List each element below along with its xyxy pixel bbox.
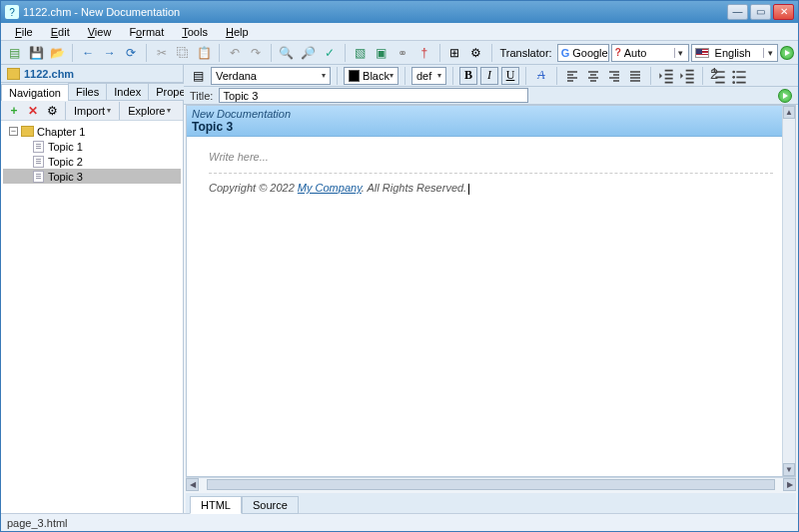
tree-chapter[interactable]: − Chapter 1 <box>3 124 181 139</box>
page-title: Topic 3 <box>192 120 790 134</box>
tab-navigation[interactable]: Navigation <box>1 84 69 101</box>
title-row: Title: <box>184 87 798 105</box>
table-button[interactable]: ⊞ <box>445 43 464 63</box>
page-icon <box>33 156 44 168</box>
scroll-thumb[interactable] <box>207 479 775 490</box>
find-button[interactable]: 🔍 <box>277 43 296 63</box>
project-tab[interactable]: 1122.chm <box>1 65 183 83</box>
save-button[interactable]: 💾 <box>26 43 45 63</box>
chevron-down-icon: ▾ <box>763 48 774 58</box>
title-input[interactable] <box>219 88 528 103</box>
cut-button[interactable]: ✂ <box>152 43 171 63</box>
bold-button[interactable]: B <box>459 67 477 85</box>
back-button[interactable]: ← <box>78 43 97 63</box>
scroll-up-button[interactable]: ▲ <box>783 106 795 119</box>
collapse-icon[interactable]: − <box>9 127 18 136</box>
unordered-list-button[interactable] <box>730 67 748 85</box>
link-button[interactable]: ⚭ <box>394 43 412 63</box>
format-toolbar: ▤ Verdana▾ Black▾ def▾ B I U A <box>184 65 798 87</box>
font-size-select[interactable]: def▾ <box>411 67 446 85</box>
maximize-button[interactable]: ▭ <box>750 4 771 20</box>
font-family-select[interactable]: Verdana▾ <box>211 67 331 85</box>
copy-button[interactable]: ⿻ <box>173 43 192 63</box>
side-settings-button[interactable]: ⚙ <box>43 102 61 120</box>
add-button[interactable]: + <box>5 102 23 120</box>
image-button[interactable]: ▧ <box>351 43 370 63</box>
topic-tree[interactable]: − Chapter 1 Topic 1 Topic 2 T <box>1 121 183 513</box>
forward-button[interactable]: → <box>100 43 119 63</box>
status-bar: page_3.html <box>1 513 798 531</box>
refresh-button[interactable]: ⟳ <box>121 43 140 63</box>
replace-button[interactable]: 🔎 <box>299 43 318 63</box>
book-icon <box>21 126 34 137</box>
font-color-select[interactable]: Black▾ <box>344 67 399 85</box>
menu-view[interactable]: View <box>80 24 120 40</box>
tab-files[interactable]: Files <box>68 83 107 100</box>
align-justify-button[interactable] <box>626 67 644 85</box>
company-link[interactable]: My Company <box>298 182 362 194</box>
editor-body[interactable]: Write here... Copyright © 2022 My Compan… <box>187 137 795 476</box>
vertical-scrollbar[interactable]: ▲ ▼ <box>782 106 795 476</box>
tree-topic-3[interactable]: Topic 3 <box>3 169 181 184</box>
chm-icon <box>7 68 20 80</box>
scroll-right-button[interactable]: ▶ <box>783 478 796 491</box>
translate-go-button[interactable] <box>780 46 794 60</box>
translator-from-select[interactable]: ? Auto ▾ <box>611 44 689 62</box>
spell-button[interactable]: ✓ <box>320 43 339 63</box>
menu-format[interactable]: Format <box>121 24 172 40</box>
paste-button[interactable]: 📋 <box>195 43 214 63</box>
style-sheet-button[interactable]: ▤ <box>188 66 208 86</box>
import-dropdown[interactable]: Import▾ <box>70 105 115 117</box>
color-swatch <box>349 70 360 82</box>
main-toolbar: ▤ 💾 📂 ← → ⟳ ✂ ⿻ 📋 ↶ ↷ 🔍 🔎 ✓ ▧ ▣ ⚭ † ⊞ ⚙ … <box>1 41 798 65</box>
svg-point-2 <box>732 70 735 73</box>
indent-button[interactable] <box>678 67 696 85</box>
chevron-down-icon: ▾ <box>674 48 685 58</box>
scroll-down-button[interactable]: ▼ <box>783 463 795 476</box>
media-button[interactable]: ▣ <box>372 43 391 63</box>
title-go-button[interactable] <box>778 89 792 103</box>
underline-button[interactable]: U <box>501 67 519 85</box>
tree-item-label: Topic 1 <box>48 141 83 153</box>
tab-source[interactable]: Source <box>242 496 299 514</box>
tree-topic-1[interactable]: Topic 1 <box>3 139 181 154</box>
settings-button[interactable]: ⚙ <box>466 43 485 63</box>
minimize-button[interactable]: — <box>727 4 748 20</box>
svg-point-4 <box>732 81 735 84</box>
placeholder-text: Write here... <box>209 151 773 163</box>
view-tabs: HTML Source <box>186 493 796 513</box>
menu-help[interactable]: Help <box>218 24 257 40</box>
undo-button[interactable]: ↶ <box>225 43 244 63</box>
text-cursor <box>468 184 469 195</box>
align-right-button[interactable] <box>605 67 623 85</box>
redo-button[interactable]: ↷ <box>247 43 266 63</box>
horizontal-scrollbar[interactable]: ◀ ▶ <box>186 477 796 491</box>
tab-html[interactable]: HTML <box>190 496 242 514</box>
tree-item-label: Topic 2 <box>48 156 83 168</box>
outdent-button[interactable] <box>657 67 675 85</box>
tree-topic-2[interactable]: Topic 2 <box>3 154 181 169</box>
anchor-button[interactable]: † <box>414 43 433 63</box>
project-name: 1122.chm <box>24 68 74 80</box>
translator-to-select[interactable]: English ▾ <box>691 44 779 62</box>
title-label: Title: <box>190 90 213 102</box>
open-button[interactable]: 📂 <box>48 43 67 63</box>
delete-button[interactable]: ✕ <box>24 102 42 120</box>
close-button[interactable]: ✕ <box>773 4 794 20</box>
scroll-left-button[interactable]: ◀ <box>186 478 199 491</box>
menu-edit[interactable]: Edit <box>43 24 78 40</box>
align-left-button[interactable] <box>563 67 581 85</box>
new-button[interactable]: ▤ <box>5 43 24 63</box>
ordered-list-button[interactable]: 12 <box>709 67 727 85</box>
tree-chapter-label: Chapter 1 <box>37 126 85 138</box>
svg-text:2: 2 <box>710 68 718 82</box>
italic-button[interactable]: I <box>480 67 498 85</box>
menu-tools[interactable]: Tools <box>174 24 216 40</box>
menu-file[interactable]: File <box>7 24 41 40</box>
align-center-button[interactable] <box>584 67 602 85</box>
left-panel: 1122.chm Navigation Files Index Properti… <box>1 65 184 513</box>
clear-format-button[interactable]: A <box>532 67 550 85</box>
translator-provider-select[interactable]: G Google ▾ <box>557 44 609 62</box>
explore-dropdown[interactable]: Explore▾ <box>124 105 175 117</box>
tab-index[interactable]: Index <box>106 83 149 100</box>
